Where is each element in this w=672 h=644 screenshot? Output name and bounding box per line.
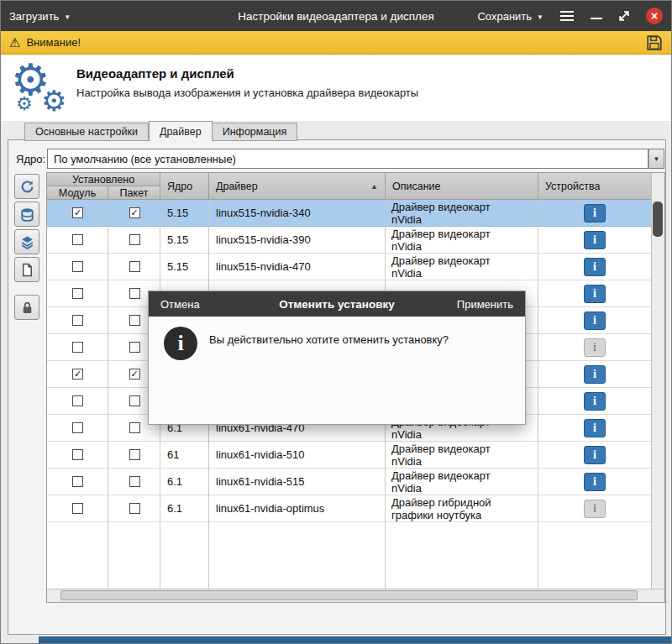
module-checkbox[interactable] [72, 395, 83, 406]
module-checkbox[interactable] [72, 207, 83, 218]
app-header: ⚙ ⚙ ⚙ Видеоадаптер и дисплей Настройка в… [1, 55, 671, 121]
info-button[interactable]: i [584, 204, 606, 223]
cell-description: Драйвер видеокарт nVidia [386, 200, 538, 226]
module-checkbox[interactable] [72, 342, 83, 353]
col-header-package[interactable]: Пакет [108, 186, 160, 200]
cell-description: Драйвер видеокарт nVidia [386, 254, 538, 280]
close-button[interactable]: × [646, 8, 663, 24]
package-checkbox[interactable] [129, 422, 140, 433]
vertical-scroll-thumb[interactable] [653, 202, 663, 237]
caret-down-icon: ▼ [654, 155, 660, 163]
gear-tiny-icon: ⚙ [16, 95, 33, 113]
package-checkbox[interactable] [129, 476, 140, 487]
cell-driver: linux61-nvidia-510 [209, 442, 386, 468]
module-checkbox[interactable] [72, 288, 83, 299]
info-button[interactable]: i [584, 500, 606, 518]
tab-main-settings[interactable]: Основные настройки [24, 123, 149, 141]
cell-driver: linux515-nvidia-390 [209, 227, 386, 253]
info-button[interactable]: i [584, 231, 606, 249]
package-checkbox[interactable] [129, 261, 140, 272]
info-button[interactable]: i [584, 446, 606, 464]
col-header-driver[interactable]: Драйвер ▲ [209, 173, 386, 200]
package-checkbox[interactable] [129, 288, 140, 299]
dialog-apply-button[interactable]: Применить [457, 291, 513, 317]
package-checkbox[interactable] [129, 234, 140, 245]
module-checkbox[interactable] [72, 503, 83, 514]
table-row[interactable]: 5.15 linux515-nvidia-340 Драйвер видеока… [47, 200, 651, 227]
info-icon: i [593, 476, 596, 488]
bottom-status-strip [39, 636, 672, 644]
info-button[interactable]: i [584, 258, 606, 276]
info-icon: i [593, 503, 596, 515]
minimize-button[interactable] [591, 18, 602, 19]
info-icon: i [593, 395, 596, 407]
cell-driver: linux515-nvidia-470 [209, 254, 386, 280]
package-checkbox[interactable] [129, 395, 140, 406]
titlebar: Настройки видеоадаптера и дисплея Загруз… [1, 1, 671, 31]
module-checkbox[interactable] [72, 369, 83, 380]
expand-button[interactable] [617, 9, 631, 23]
col-header-devices[interactable]: Устройства [538, 173, 651, 200]
info-button[interactable]: i [584, 473, 606, 491]
lock-icon [20, 301, 34, 315]
warning-icon: ⚠ [9, 35, 20, 50]
info-icon: i [593, 288, 596, 300]
package-checkbox[interactable] [129, 207, 140, 218]
module-checkbox[interactable] [72, 422, 83, 433]
lock-button[interactable] [14, 295, 39, 320]
col-header-kernel[interactable]: Ядро [160, 173, 209, 200]
package-checkbox[interactable] [129, 315, 140, 326]
info-icon: i [593, 342, 596, 353]
col-header-module[interactable]: Модуль [47, 186, 108, 200]
kernel-select-caret-button[interactable]: ▼ [648, 149, 664, 169]
cell-description: Драйвер видеокарт nVidia [386, 227, 538, 253]
warning-text: Внимание! [26, 36, 81, 49]
package-checkbox[interactable] [129, 503, 140, 514]
cell-kernel: 61 [160, 442, 209, 468]
info-icon: i [593, 261, 596, 273]
cell-kernel: 6.1 [160, 495, 209, 521]
layers-button[interactable] [14, 229, 39, 254]
module-checkbox[interactable] [72, 261, 83, 272]
save-icon-button[interactable] [646, 34, 663, 51]
package-checkbox[interactable] [129, 342, 140, 353]
save-menu-label: Сохранить [477, 10, 532, 23]
package-checkbox[interactable] [129, 369, 140, 380]
cell-description: Драйвер видеокарт nVidia [386, 469, 538, 495]
module-checkbox[interactable] [72, 476, 83, 487]
refresh-icon [20, 180, 34, 194]
module-checkbox[interactable] [72, 234, 83, 245]
save-menu-button[interactable]: Сохранить ▼ [477, 10, 543, 23]
menu-icon[interactable] [559, 8, 575, 24]
layers-icon [20, 235, 34, 249]
table-row[interactable]: 5.15 linux515-nvidia-470 Драйвер видеока… [47, 254, 651, 280]
cell-kernel: 5.15 [160, 227, 209, 253]
kernel-select[interactable]: По умолчанию (все установленные) [47, 149, 648, 169]
expand-icon [617, 9, 631, 23]
database-icon [20, 207, 34, 222]
info-button[interactable]: i [584, 338, 606, 357]
table-row[interactable]: 5.15 linux515-nvidia-390 Драйвер видеока… [47, 227, 651, 254]
dialog-cancel-button[interactable]: Отмена [160, 291, 200, 317]
table-row[interactable]: 6.1 linux61-nvidia-515 Драйвер видеокарт… [47, 469, 651, 495]
info-button[interactable]: i [584, 285, 606, 303]
refresh-button[interactable] [14, 174, 39, 199]
module-checkbox[interactable] [72, 449, 83, 460]
horizontal-scroll-thumb[interactable] [60, 590, 638, 600]
package-checkbox[interactable] [129, 449, 140, 460]
tab-information[interactable]: Информация [213, 123, 298, 141]
load-menu-button[interactable]: Загрузить ▼ [9, 10, 71, 23]
info-button[interactable]: i [584, 365, 606, 384]
cell-description: Драйвер видеокарт nVidia [386, 442, 538, 468]
tab-driver[interactable]: Драйвер [149, 121, 213, 141]
cell-driver: linux61-nvidia-515 [209, 469, 386, 495]
col-header-description[interactable]: Описание [386, 173, 538, 200]
document-button[interactable] [14, 257, 39, 282]
module-checkbox[interactable] [72, 315, 83, 326]
table-row[interactable]: 6.1 linux61-nvidia-optimus Драйвер гибри… [47, 495, 651, 522]
info-button[interactable]: i [584, 392, 606, 411]
database-button[interactable] [14, 202, 39, 227]
table-row[interactable]: 61 linux61-nvidia-510 Драйвер видеокарт … [47, 442, 651, 469]
info-button[interactable]: i [584, 312, 606, 330]
info-button[interactable]: i [584, 419, 606, 437]
